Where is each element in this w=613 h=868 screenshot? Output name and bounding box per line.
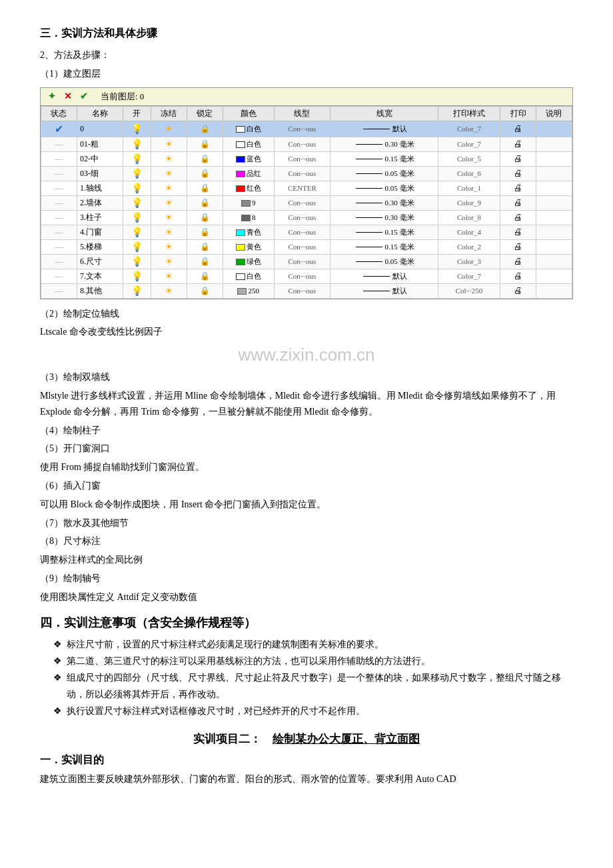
current-layer-label: 当前图层: 0 [101, 91, 144, 103]
list-item: 第二道、第三道尺寸的标注可以采用基线标注的方法，也可以采用作辅助线的方法进行。 [53, 653, 573, 669]
step5-content: 使用 From 捕捉自辅助找到门窗洞位置。 [40, 459, 573, 475]
table-row[interactable]: ✔0💡☀🔒白色Con···ous默认Color_7🖨 [41, 121, 572, 137]
step8-content: 调整标注样式的全局比例 [40, 552, 573, 568]
step2-label: 2、方法及步骤： [40, 47, 573, 63]
table-row[interactable]: —1.轴线💡☀🔒红色CENTER0.05 毫米Color_1🖨 [41, 181, 572, 195]
layer-table: 状态 名称 开 冻结 锁定 颜色 线型 线宽 打印样式 打印 说明 ✔0💡☀🔒白… [41, 106, 572, 299]
project2-title-block: 实训项目二： 绘制某办公大厦正、背立面图 [40, 731, 573, 747]
col-lock: 锁定 [187, 106, 223, 121]
watermark-area: www.zixin.com.cn [40, 343, 573, 367]
step2-draw-axis: （2）绘制定位轴线 [40, 306, 573, 322]
section1-content-p2: 建筑立面图主要反映建筑外部形状、门窗的布置、阳台的形式、雨水管的位置等。要求利用… [40, 771, 573, 787]
watermark: www.zixin.com.cn [238, 345, 374, 365]
col-print-style: 打印样式 [438, 106, 500, 121]
table-row[interactable]: —7.文本💡☀🔒白色Con···ous默认Color_7🖨 [41, 269, 572, 283]
col-color: 颜色 [223, 106, 274, 121]
table-row[interactable]: —02-中💡☀🔒蓝色Con···ous0.15 毫米Color_5🖨 [41, 151, 572, 166]
step9-content: 使用图块属性定义 Attdif 定义变动数值 [40, 589, 573, 605]
section3-title: 三．实训方法和具体步骤 [40, 27, 573, 41]
section1-title-p2: 一．实训目的 [40, 753, 573, 767]
list-item: 执行设置尺寸标注样式对话框修改尺寸时，对已经炸开的尺寸不起作用。 [53, 703, 573, 719]
bullet-list: 标注尺寸前，设置的尺寸标注样式必须满足现行的建筑制图有关标准的要求。第二道、第三… [53, 636, 573, 720]
project2-label: 实训项目二： [193, 733, 261, 745]
step5: （5）开门窗洞口 [40, 441, 573, 457]
step3-content: Mlstyle 进行多线样式设置，并运用 Mline 命令绘制墙体，Mledit… [40, 388, 573, 420]
new-layer-icon[interactable]: ✦ [46, 91, 58, 103]
table-row[interactable]: —03-细💡☀🔒品红Con···ous0.05 毫米Color_6🖨 [41, 166, 572, 181]
col-open: 开 [123, 106, 151, 121]
step1-label: （1）建立图层 [40, 66, 573, 82]
step3-title: （3）绘制双墙线 [40, 369, 573, 385]
table-row[interactable]: —01-粗💡☀🔒白色Con···ous0.30 毫米Color_7🖨 [41, 137, 572, 151]
layer-panel: ✦ ✕ ✔ 当前图层: 0 状态 名称 开 冻结 锁定 颜色 线型 线宽 打印样… [40, 87, 573, 299]
table-row[interactable]: —5.楼梯💡☀🔒黄色Con···ous0.15 毫米Color_2🖨 [41, 239, 572, 254]
step4: （4）绘制柱子 [40, 423, 573, 439]
step9: （9）绘制轴号 [40, 571, 573, 587]
col-status: 状态 [41, 106, 77, 121]
table-row[interactable]: —3.柱子💡☀🔒8Con···ous0.30 毫米Color_8🖨 [41, 210, 572, 225]
table-row[interactable]: —4.门窗💡☀🔒青色Con···ous0.15 毫米Color_4🖨 [41, 225, 572, 239]
col-desc: 说明 [536, 106, 572, 121]
table-row[interactable]: —2.墙体💡☀🔒9Con···ous0.30 毫米Color_9🖨 [41, 195, 572, 210]
list-item: 标注尺寸前，设置的尺寸标注样式必须满足现行的建筑制图有关标准的要求。 [53, 636, 573, 653]
step6: （6）插入门窗 [40, 478, 573, 494]
step8: （8）尺寸标注 [40, 533, 573, 549]
delete-layer-icon[interactable]: ✕ [62, 91, 74, 103]
table-row[interactable]: —6.尺寸💡☀🔒绿色Con···ous0.05 毫米Color_3🖨 [41, 254, 572, 269]
col-name: 名称 [77, 106, 123, 121]
step6-content: 可以用 Block 命令制作成图块，用 Insert 命令把门窗插入到指定位置。 [40, 497, 573, 513]
col-linetype: 线型 [274, 106, 330, 121]
project2-subtitle: 绘制某办公大厦正、背立面图 [273, 733, 420, 745]
list-item: 组成尺寸的四部分（尺寸线、尺寸界线、尺寸起止符及尺寸数字）是一个整体的块，如果移… [53, 669, 573, 703]
col-freeze: 冻结 [151, 106, 187, 121]
ltscale-cmd: Ltscale 命令改变线性比例因子 [40, 324, 573, 340]
section4-title: 四．实训注意事项（含安全操作规程等） [40, 615, 573, 631]
col-print: 打印 [500, 106, 536, 121]
col-linewidth: 线宽 [330, 106, 438, 121]
table-row[interactable]: —8.其他💡☀🔒250Con···ous默认Col···250🖨 [41, 283, 572, 298]
step7: （7）散水及其他细节 [40, 515, 573, 531]
ok-icon[interactable]: ✔ [78, 91, 90, 103]
layer-toolbar: ✦ ✕ ✔ 当前图层: 0 [41, 88, 572, 106]
